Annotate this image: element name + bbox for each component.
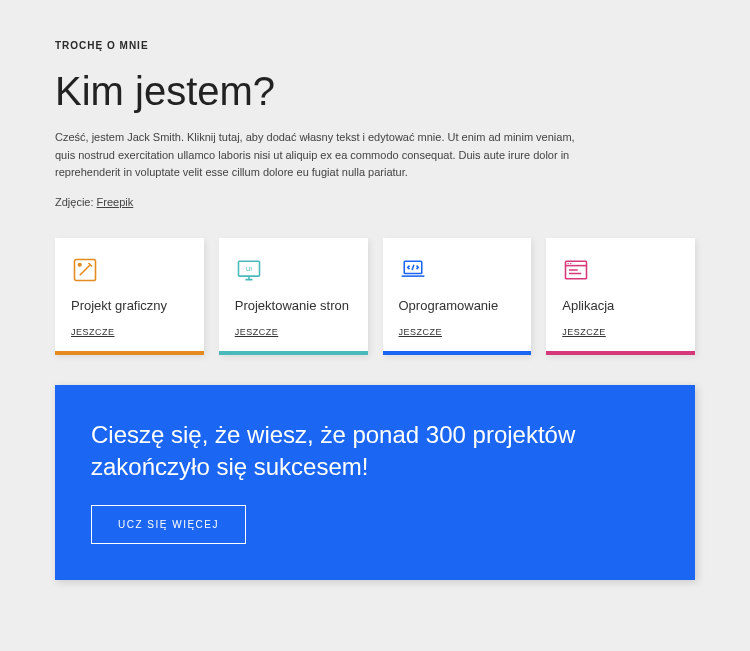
credit-prefix: Zdjęcie: xyxy=(55,196,97,208)
credit-link[interactable]: Freepik xyxy=(97,196,134,208)
svg-text:UI: UI xyxy=(246,265,252,272)
eyebrow: TROCHĘ O MNIE xyxy=(55,40,695,51)
card-link[interactable]: JESZCZE xyxy=(235,327,352,337)
cards-row: Projekt graficzny JESZCZE UI Projektowan… xyxy=(55,238,695,355)
page-title: Kim jestem? xyxy=(55,69,695,114)
monitor-ui-icon: UI xyxy=(235,256,263,284)
card-app[interactable]: Aplikacja JESZCZE xyxy=(546,238,695,355)
svg-point-7 xyxy=(570,263,571,264)
card-link[interactable]: JESZCZE xyxy=(562,327,679,337)
laptop-code-icon xyxy=(399,256,427,284)
pencil-ruler-icon xyxy=(71,256,99,284)
card-link[interactable]: JESZCZE xyxy=(399,327,516,337)
card-title: Aplikacja xyxy=(562,298,679,315)
card-web-design[interactable]: UI Projektowanie stron JESZCZE xyxy=(219,238,368,355)
cta-banner: Cieszę się, że wiesz, że ponad 300 proje… xyxy=(55,385,695,581)
card-link[interactable]: JESZCZE xyxy=(71,327,188,337)
learn-more-button[interactable]: UCZ SIĘ WIĘCEJ xyxy=(91,505,246,544)
card-title: Projekt graficzny xyxy=(71,298,188,315)
card-title: Oprogramowanie xyxy=(399,298,516,315)
svg-point-6 xyxy=(568,263,569,264)
card-software[interactable]: Oprogramowanie JESZCZE xyxy=(383,238,532,355)
banner-heading: Cieszę się, że wiesz, że ponad 300 proje… xyxy=(91,419,659,484)
svg-point-1 xyxy=(78,263,81,266)
card-graphic-design[interactable]: Projekt graficzny JESZCZE xyxy=(55,238,204,355)
image-credit: Zdjęcie: Freepik xyxy=(55,196,695,208)
window-lines-icon xyxy=(562,256,590,284)
card-title: Projektowanie stron xyxy=(235,298,352,315)
description: Cześć, jestem Jack Smith. Kliknij tutaj,… xyxy=(55,129,595,182)
